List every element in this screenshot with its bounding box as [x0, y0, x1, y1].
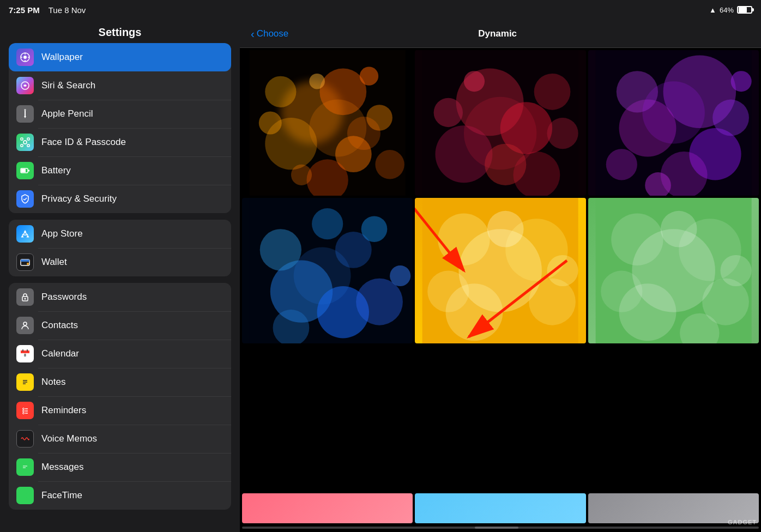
wallpaper-yellow[interactable]	[415, 198, 585, 343]
status-bar: 7:25 PM Tue 8 Nov ▲ 64%	[0, 0, 761, 20]
sidebar-item-calendar[interactable]: 8 Calendar	[9, 340, 231, 368]
svg-point-82	[712, 100, 749, 136]
svg-marker-49	[27, 493, 29, 498]
sidebar-item-siri[interactable]: Siri & Search	[9, 71, 231, 100]
status-time: 7:25 PM	[9, 5, 40, 15]
svg-point-29	[23, 322, 27, 325]
sidebar-item-notes[interactable]: Notes	[9, 368, 231, 396]
svg-rect-48	[21, 493, 27, 498]
svg-point-117	[720, 255, 751, 286]
back-button[interactable]: ‹ Choose	[251, 28, 288, 39]
svg-point-84	[642, 81, 704, 143]
battery-percent: 64%	[720, 6, 734, 14]
svg-rect-10	[21, 138, 23, 140]
scrollbar[interactable]	[240, 523, 761, 532]
wallpaper-label: Wallpaper	[41, 52, 83, 63]
sidebar-item-faceid[interactable]: Face ID & Passcode	[9, 128, 231, 156]
sidebar-item-applepencil[interactable]: Apple Pencil	[9, 100, 231, 128]
svg-point-86	[730, 71, 751, 92]
battery-fill	[739, 7, 747, 13]
main-layout: Settings Wallpaper	[0, 20, 761, 532]
wallpaper-green[interactable]	[588, 198, 759, 343]
sidebar-item-wallpaper[interactable]: Wallpaper	[9, 43, 231, 71]
svg-rect-9	[25, 109, 26, 111]
svg-rect-25	[21, 259, 29, 262]
wallpaper-orange[interactable]	[242, 50, 413, 196]
svg-point-64	[347, 117, 380, 150]
svg-point-59	[360, 67, 378, 86]
svg-rect-18	[28, 170, 30, 172]
svg-point-26	[27, 263, 29, 265]
bottom-row	[240, 493, 761, 523]
calendar-icon: 8	[16, 345, 34, 362]
svg-rect-11	[27, 138, 29, 140]
faceid-icon	[16, 134, 34, 151]
svg-point-96	[294, 247, 351, 305]
notes-label: Notes	[41, 377, 65, 388]
wallpaper-blue[interactable]	[242, 198, 413, 343]
sidebar-item-contacts[interactable]: Contacts	[9, 311, 231, 340]
svg-rect-17	[21, 169, 26, 172]
svg-point-97	[390, 265, 410, 286]
sidebar-item-appstore[interactable]: App Store	[9, 220, 231, 248]
svg-point-70	[534, 74, 571, 110]
back-chevron-icon: ‹	[251, 28, 255, 39]
wallet-icon	[16, 253, 34, 271]
scrollbar-track	[242, 527, 759, 529]
wallpaper-red[interactable]	[415, 50, 585, 196]
svg-point-83	[606, 149, 637, 180]
sidebar-title: Settings	[9, 20, 231, 43]
svg-point-73	[464, 71, 485, 92]
wallpaper-purple[interactable]	[588, 50, 759, 196]
passwords-icon	[16, 288, 34, 306]
contacts-icon	[16, 317, 34, 334]
passwords-label: Passwords	[41, 292, 87, 303]
wallpaper-pink[interactable]	[242, 493, 413, 523]
sidebar-item-reminders[interactable]: Reminders	[9, 396, 231, 425]
facetime-label: FaceTime	[41, 490, 82, 501]
battery-label: Battery	[41, 165, 71, 176]
sidebar-item-facetime[interactable]: FaceTime	[9, 481, 231, 510]
wallpaper-content: GADGET	[240, 48, 761, 532]
svg-point-90	[260, 229, 301, 270]
watermark: GADGET	[728, 519, 757, 525]
svg-point-105	[427, 271, 469, 312]
calendar-label: Calendar	[41, 348, 79, 359]
svg-point-95	[361, 216, 388, 242]
sidebar-item-wallet[interactable]: Wallet	[9, 248, 231, 276]
wallpaper-icon	[16, 49, 34, 66]
svg-point-106	[547, 255, 578, 286]
svg-point-92	[312, 208, 343, 239]
applepencil-label: Apple Pencil	[41, 108, 93, 119]
sidebar-item-voicememos[interactable]: Voice Memos	[9, 425, 231, 453]
sidebar-item-messages[interactable]: Messages	[9, 453, 231, 481]
svg-point-74	[547, 118, 578, 149]
right-header: ‹ Choose Dynamic	[240, 20, 761, 48]
sidebar-item-privacy[interactable]: Privacy & Security	[9, 185, 231, 213]
svg-point-28	[25, 298, 26, 300]
reminders-icon	[16, 402, 34, 419]
svg-point-111	[611, 214, 663, 265]
sidebar-group-2: App Store Wallet	[9, 220, 231, 276]
sidebar-group-3: Passwords Contacts	[9, 283, 231, 510]
sidebar-item-battery[interactable]: Battery	[9, 156, 231, 185]
panel-title: Dynamic	[478, 28, 517, 39]
scrollbar-thumb	[475, 527, 518, 529]
svg-point-71	[434, 98, 463, 127]
siri-label: Siri & Search	[41, 80, 95, 91]
svg-point-62	[375, 150, 404, 179]
svg-point-63	[309, 74, 325, 89]
status-right: ▲ 64%	[709, 6, 752, 14]
status-date: Tue 8 Nov	[49, 5, 86, 15]
svg-point-104	[487, 211, 524, 247]
svg-point-75	[464, 97, 537, 170]
svg-rect-13	[27, 144, 29, 147]
svg-point-103	[529, 279, 576, 325]
svg-rect-7	[25, 110, 26, 117]
svg-point-100	[438, 214, 490, 265]
wallpaper-lightblue[interactable]	[415, 493, 585, 523]
sidebar-item-passwords[interactable]: Passwords	[9, 283, 231, 311]
svg-marker-8	[24, 116, 26, 118]
wallet-label: Wallet	[41, 257, 67, 268]
wifi-icon: ▲	[709, 6, 716, 14]
